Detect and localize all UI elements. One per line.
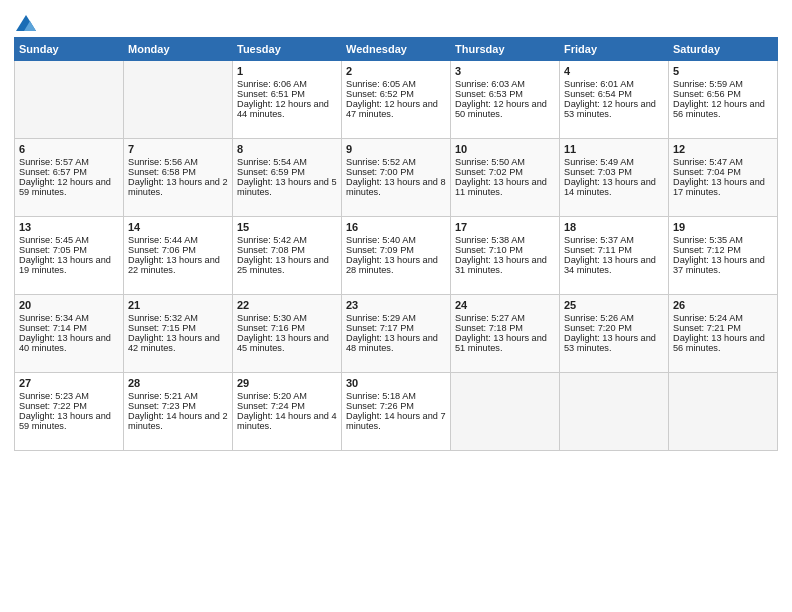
weekday-header-saturday: Saturday [669, 38, 778, 61]
daylight-text: Daylight: 14 hours and 2 minutes. [128, 411, 228, 431]
sunrise-text: Sunrise: 6:03 AM [455, 79, 555, 89]
day-number: 9 [346, 143, 446, 155]
calendar-cell: 16Sunrise: 5:40 AMSunset: 7:09 PMDayligh… [342, 217, 451, 295]
day-number: 21 [128, 299, 228, 311]
calendar-cell: 1Sunrise: 6:06 AMSunset: 6:51 PMDaylight… [233, 61, 342, 139]
sunset-text: Sunset: 7:14 PM [19, 323, 119, 333]
calendar-cell: 7Sunrise: 5:56 AMSunset: 6:58 PMDaylight… [124, 139, 233, 217]
sunrise-text: Sunrise: 5:47 AM [673, 157, 773, 167]
daylight-text: Daylight: 13 hours and 28 minutes. [346, 255, 446, 275]
daylight-text: Daylight: 13 hours and 48 minutes. [346, 333, 446, 353]
day-number: 29 [237, 377, 337, 389]
day-number: 7 [128, 143, 228, 155]
logo-icon [16, 15, 36, 31]
daylight-text: Daylight: 12 hours and 47 minutes. [346, 99, 446, 119]
day-number: 12 [673, 143, 773, 155]
sunrise-text: Sunrise: 5:45 AM [19, 235, 119, 245]
daylight-text: Daylight: 13 hours and 37 minutes. [673, 255, 773, 275]
sunrise-text: Sunrise: 5:44 AM [128, 235, 228, 245]
calendar-cell: 19Sunrise: 5:35 AMSunset: 7:12 PMDayligh… [669, 217, 778, 295]
calendar-cell [451, 373, 560, 451]
daylight-text: Daylight: 13 hours and 17 minutes. [673, 177, 773, 197]
day-number: 18 [564, 221, 664, 233]
day-number: 23 [346, 299, 446, 311]
day-number: 15 [237, 221, 337, 233]
day-number: 10 [455, 143, 555, 155]
calendar-cell: 8Sunrise: 5:54 AMSunset: 6:59 PMDaylight… [233, 139, 342, 217]
calendar-cell: 25Sunrise: 5:26 AMSunset: 7:20 PMDayligh… [560, 295, 669, 373]
calendar-cell: 29Sunrise: 5:20 AMSunset: 7:24 PMDayligh… [233, 373, 342, 451]
calendar-cell: 28Sunrise: 5:21 AMSunset: 7:23 PMDayligh… [124, 373, 233, 451]
sunset-text: Sunset: 7:20 PM [564, 323, 664, 333]
day-number: 28 [128, 377, 228, 389]
calendar-table: SundayMondayTuesdayWednesdayThursdayFrid… [14, 37, 778, 451]
day-number: 26 [673, 299, 773, 311]
daylight-text: Daylight: 12 hours and 56 minutes. [673, 99, 773, 119]
weekday-header-friday: Friday [560, 38, 669, 61]
sunrise-text: Sunrise: 5:18 AM [346, 391, 446, 401]
calendar-cell: 4Sunrise: 6:01 AMSunset: 6:54 PMDaylight… [560, 61, 669, 139]
sunset-text: Sunset: 7:04 PM [673, 167, 773, 177]
sunset-text: Sunset: 7:05 PM [19, 245, 119, 255]
sunrise-text: Sunrise: 5:32 AM [128, 313, 228, 323]
sunrise-text: Sunrise: 6:01 AM [564, 79, 664, 89]
calendar-cell: 11Sunrise: 5:49 AMSunset: 7:03 PMDayligh… [560, 139, 669, 217]
daylight-text: Daylight: 14 hours and 7 minutes. [346, 411, 446, 431]
sunrise-text: Sunrise: 5:56 AM [128, 157, 228, 167]
logo [14, 14, 36, 31]
day-number: 1 [237, 65, 337, 77]
sunrise-text: Sunrise: 5:21 AM [128, 391, 228, 401]
daylight-text: Daylight: 13 hours and 2 minutes. [128, 177, 228, 197]
day-number: 13 [19, 221, 119, 233]
week-row-5: 27Sunrise: 5:23 AMSunset: 7:22 PMDayligh… [15, 373, 778, 451]
sunrise-text: Sunrise: 5:30 AM [237, 313, 337, 323]
daylight-text: Daylight: 13 hours and 5 minutes. [237, 177, 337, 197]
sunset-text: Sunset: 7:22 PM [19, 401, 119, 411]
day-number: 17 [455, 221, 555, 233]
daylight-text: Daylight: 12 hours and 59 minutes. [19, 177, 119, 197]
sunrise-text: Sunrise: 5:26 AM [564, 313, 664, 323]
sunset-text: Sunset: 7:06 PM [128, 245, 228, 255]
daylight-text: Daylight: 13 hours and 22 minutes. [128, 255, 228, 275]
weekday-header-row: SundayMondayTuesdayWednesdayThursdayFrid… [15, 38, 778, 61]
sunrise-text: Sunrise: 5:42 AM [237, 235, 337, 245]
sunrise-text: Sunrise: 5:54 AM [237, 157, 337, 167]
sunset-text: Sunset: 7:00 PM [346, 167, 446, 177]
calendar-cell: 21Sunrise: 5:32 AMSunset: 7:15 PMDayligh… [124, 295, 233, 373]
calendar-cell: 12Sunrise: 5:47 AMSunset: 7:04 PMDayligh… [669, 139, 778, 217]
calendar-cell: 5Sunrise: 5:59 AMSunset: 6:56 PMDaylight… [669, 61, 778, 139]
daylight-text: Daylight: 13 hours and 14 minutes. [564, 177, 664, 197]
calendar-cell: 3Sunrise: 6:03 AMSunset: 6:53 PMDaylight… [451, 61, 560, 139]
calendar-cell: 24Sunrise: 5:27 AMSunset: 7:18 PMDayligh… [451, 295, 560, 373]
calendar-cell [15, 61, 124, 139]
sunrise-text: Sunrise: 5:23 AM [19, 391, 119, 401]
sunset-text: Sunset: 7:03 PM [564, 167, 664, 177]
sunset-text: Sunset: 6:59 PM [237, 167, 337, 177]
sunset-text: Sunset: 6:54 PM [564, 89, 664, 99]
week-row-4: 20Sunrise: 5:34 AMSunset: 7:14 PMDayligh… [15, 295, 778, 373]
sunrise-text: Sunrise: 5:24 AM [673, 313, 773, 323]
daylight-text: Daylight: 13 hours and 51 minutes. [455, 333, 555, 353]
sunset-text: Sunset: 7:15 PM [128, 323, 228, 333]
sunset-text: Sunset: 7:17 PM [346, 323, 446, 333]
daylight-text: Daylight: 13 hours and 45 minutes. [237, 333, 337, 353]
daylight-text: Daylight: 13 hours and 11 minutes. [455, 177, 555, 197]
daylight-text: Daylight: 13 hours and 56 minutes. [673, 333, 773, 353]
daylight-text: Daylight: 13 hours and 8 minutes. [346, 177, 446, 197]
sunset-text: Sunset: 6:56 PM [673, 89, 773, 99]
calendar-cell [124, 61, 233, 139]
day-number: 16 [346, 221, 446, 233]
sunset-text: Sunset: 7:16 PM [237, 323, 337, 333]
sunrise-text: Sunrise: 5:38 AM [455, 235, 555, 245]
sunset-text: Sunset: 7:10 PM [455, 245, 555, 255]
sunrise-text: Sunrise: 5:52 AM [346, 157, 446, 167]
sunrise-text: Sunrise: 6:05 AM [346, 79, 446, 89]
day-number: 19 [673, 221, 773, 233]
sunset-text: Sunset: 7:11 PM [564, 245, 664, 255]
calendar-cell: 2Sunrise: 6:05 AMSunset: 6:52 PMDaylight… [342, 61, 451, 139]
daylight-text: Daylight: 13 hours and 25 minutes. [237, 255, 337, 275]
calendar-cell: 30Sunrise: 5:18 AMSunset: 7:26 PMDayligh… [342, 373, 451, 451]
daylight-text: Daylight: 13 hours and 59 minutes. [19, 411, 119, 431]
sunrise-text: Sunrise: 5:59 AM [673, 79, 773, 89]
day-number: 6 [19, 143, 119, 155]
